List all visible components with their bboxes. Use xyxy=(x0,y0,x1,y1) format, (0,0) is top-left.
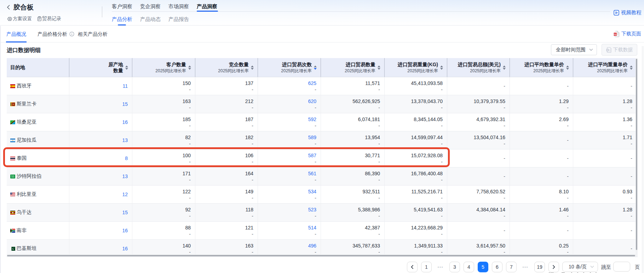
svg-text:PDF: PDF xyxy=(614,34,617,35)
